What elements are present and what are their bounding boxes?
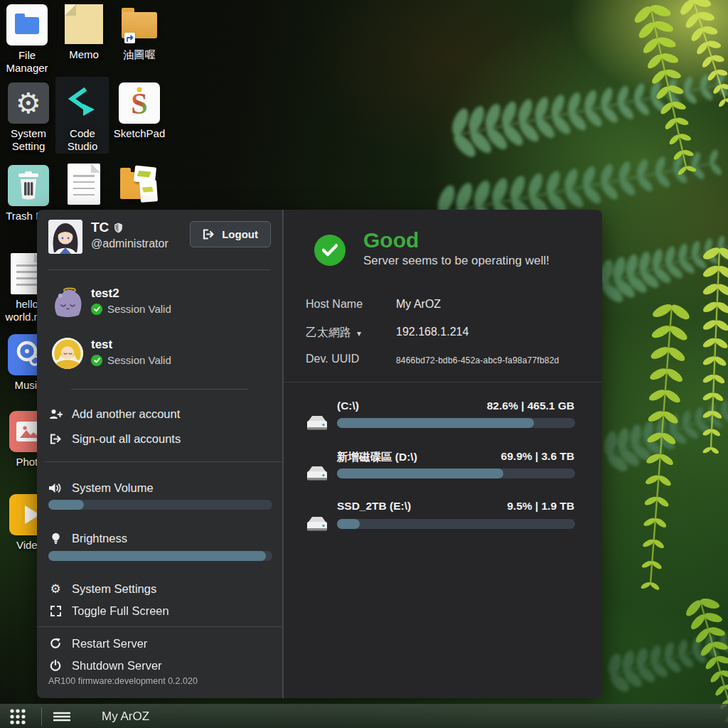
taskbar-title: My ArOZ: [102, 710, 149, 724]
hamburger-icon: [53, 712, 70, 722]
ip-address-value: 192.168.1.214: [396, 326, 469, 338]
desktop-icon-document[interactable]: [57, 164, 111, 205]
desktop-icon-sketchpad[interactable]: S SketchPad: [112, 82, 166, 140]
uuid-label: Dev. UUID: [306, 353, 359, 365]
desktop-icon-memo[interactable]: Memo: [57, 4, 111, 61]
status-check-icon: [314, 235, 346, 266]
icon-label: System Setting: [1, 127, 55, 153]
item-label: System Settings: [72, 582, 156, 596]
sign-out-icon: [48, 434, 63, 444]
hard-drive-icon: [305, 464, 329, 486]
icon-label: File Manager: [0, 49, 54, 75]
account-status: Session Valid: [91, 303, 171, 315]
desktop-icon-code-studio[interactable]: Code Studio: [55, 82, 109, 153]
desktop-icon-photos-folder[interactable]: [112, 164, 166, 205]
item-label: Sign-out all accounts: [72, 432, 181, 446]
system-settings-item[interactable]: ⚙ System Settings: [48, 579, 156, 598]
user-avatar: [48, 220, 82, 254]
grid-icon: [9, 708, 26, 725]
disk-usage-bar: [337, 418, 575, 428]
account-status: Session Valid: [91, 354, 171, 366]
item-label: Brightness: [72, 532, 127, 545]
hostname-label: Host Name: [306, 298, 363, 311]
desktop-icon-system-setting[interactable]: ⚙ System Setting: [1, 82, 55, 153]
restart-server-item[interactable]: Restart Server: [48, 634, 147, 653]
status-text: Session Valid: [107, 303, 171, 315]
username: TC: [91, 220, 109, 235]
toggle-fullscreen-item[interactable]: Toggle Full Screen: [48, 601, 169, 620]
add-account-item[interactable]: Add another account: [48, 405, 180, 423]
uuid-value: 8466bd72-bdb6-452a-abc9-fa98a77fb82d: [396, 355, 559, 365]
divider: [48, 269, 271, 270]
network-dropdown[interactable]: 乙太網路 ▾: [306, 326, 361, 341]
disk-name: SSD_2TB (E:\): [337, 500, 411, 513]
account-avatar: [52, 287, 83, 318]
status-message: Server seems to be operating well!: [363, 254, 550, 268]
volume-fill: [48, 500, 84, 510]
divider: [71, 389, 248, 390]
disk-usage-fill: [337, 418, 534, 428]
restart-icon: [48, 638, 63, 649]
document-icon: [68, 164, 100, 205]
account-row-test[interactable]: test Session Valid: [37, 338, 282, 378]
icon-label: Code Studio: [55, 127, 109, 153]
item-label: Restart Server: [72, 637, 147, 651]
disk-usage: 82.6% | 465.1 GB: [487, 400, 574, 412]
item-label: Add another account: [72, 407, 180, 421]
power-icon: [48, 660, 63, 671]
user-panel: TC @administrator Logout: [37, 210, 282, 698]
gear-icon: ⚙: [8, 82, 49, 124]
divider: [37, 626, 282, 627]
disk-usage-fill: [337, 469, 503, 478]
app-launcher-button[interactable]: [0, 705, 36, 728]
disk-name: (C:\): [337, 400, 359, 412]
logout-label: Logout: [222, 228, 258, 240]
disk-usage-fill: [337, 519, 360, 529]
sign-out-icon: [203, 229, 215, 240]
expand-icon: [48, 606, 63, 616]
desktop-icon-shortcut-folder[interactable]: 油圖喔: [112, 4, 166, 61]
brightness-slider[interactable]: [48, 551, 272, 561]
lightbulb-icon: [48, 532, 63, 545]
disk-usage-bar: [337, 469, 575, 478]
disk-name: 新增磁碟區 (D:\): [337, 450, 417, 465]
signout-all-item[interactable]: Sign-out all accounts: [48, 429, 181, 448]
username-row: TC: [91, 220, 123, 235]
volume-slider[interactable]: [48, 500, 272, 510]
hard-drive-icon: [305, 514, 329, 537]
brightness-label: Brightness: [48, 529, 127, 547]
file-manager-icon: [6, 4, 48, 46]
trash-icon: [8, 165, 49, 206]
hard-drive-icon: [305, 413, 329, 436]
server-status-panel: Good Server seems to be operating well! …: [282, 210, 602, 698]
photo-card-icon: [139, 180, 158, 203]
sketchpad-icon: S: [119, 82, 160, 124]
menu-button[interactable]: [46, 705, 77, 728]
volume-icon: [48, 483, 63, 493]
icon-label: SketchPad: [112, 127, 166, 140]
account-name: test: [91, 338, 112, 352]
status-title: Good: [363, 228, 419, 252]
shutdown-server-item[interactable]: Shutdown Server: [48, 656, 162, 675]
divider: [284, 382, 602, 382]
user-handle: @administrator: [91, 237, 168, 250]
firmware-version: AR100 firmware:development 0.2.020: [48, 676, 198, 686]
system-volume-label: System Volume: [48, 478, 154, 497]
item-label: System Volume: [72, 481, 154, 495]
brightness-fill: [48, 551, 266, 561]
desktop-icon-file-manager[interactable]: File Manager: [0, 4, 54, 75]
logout-button[interactable]: Logout: [190, 221, 271, 247]
network-label: 乙太網路: [306, 326, 351, 341]
folder-icon: [15, 17, 39, 34]
hostname-value: My ArOZ: [396, 298, 441, 311]
account-row-test2[interactable]: test2 Session Valid: [37, 287, 282, 326]
user-plus-icon: [48, 409, 63, 419]
divider: [44, 461, 282, 462]
svg-text:S: S: [131, 87, 147, 120]
disk-usage: 69.9% | 3.6 TB: [501, 450, 574, 463]
icon-label: 油圖喔: [112, 48, 166, 61]
gear-icon: ⚙: [48, 583, 63, 595]
chevron-down-icon: ▾: [357, 328, 361, 338]
memo-note-icon: [65, 4, 103, 44]
user-menu-popup: TC @administrator Logout: [37, 210, 602, 698]
